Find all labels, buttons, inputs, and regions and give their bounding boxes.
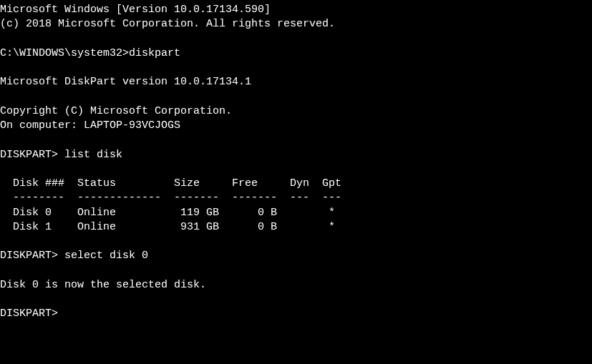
diskpart-prompt-line[interactable]: DISKPART>: [0, 307, 592, 321]
table-divider: -------- ------------- ------- ------- -…: [0, 191, 592, 205]
blank-line: [0, 264, 592, 278]
diskpart-prompt: DISKPART>: [0, 250, 64, 262]
blank-line: [0, 133, 592, 147]
table-row: Disk 1 Online 931 GB 0 B *: [0, 220, 592, 235]
diskpart-prompt-line: DISKPART> select disk 0: [0, 249, 592, 263]
result-line: Disk 0 is now the selected disk.: [0, 278, 592, 292]
blank-line: [0, 235, 592, 249]
diskpart-command[interactable]: list disk: [64, 149, 122, 161]
diskpart-prompt: DISKPART>: [0, 308, 64, 320]
blank-line: [0, 32, 592, 46]
blank-line: [0, 61, 592, 75]
blank-line: [0, 292, 592, 307]
diskpart-command[interactable]: select disk 0: [64, 250, 148, 262]
diskpart-prompt: DISKPART>: [0, 149, 64, 161]
blank-line: [0, 162, 592, 177]
table-header: Disk ### Status Size Free Dyn Gpt: [0, 177, 592, 191]
os-version-line: Microsoft Windows [Version 10.0.17134.59…: [0, 3, 592, 17]
cmd-prompt: C:\WINDOWS\system32>: [0, 47, 129, 59]
diskpart-computer-line: On computer: LAPTOP-93VCJOGS: [0, 119, 592, 133]
cmd-prompt-line: C:\WINDOWS\system32>diskpart: [0, 46, 592, 61]
diskpart-prompt-line: DISKPART> list disk: [0, 148, 592, 162]
cmd-command[interactable]: diskpart: [129, 47, 180, 59]
blank-line: [0, 90, 592, 104]
diskpart-version-line: Microsoft DiskPart version 10.0.17134.1: [0, 75, 592, 89]
table-row: Disk 0 Online 119 GB 0 B *: [0, 206, 592, 220]
os-copyright-line: (c) 2018 Microsoft Corporation. All righ…: [0, 17, 592, 31]
diskpart-copyright-line: Copyright (C) Microsoft Corporation.: [0, 104, 592, 119]
